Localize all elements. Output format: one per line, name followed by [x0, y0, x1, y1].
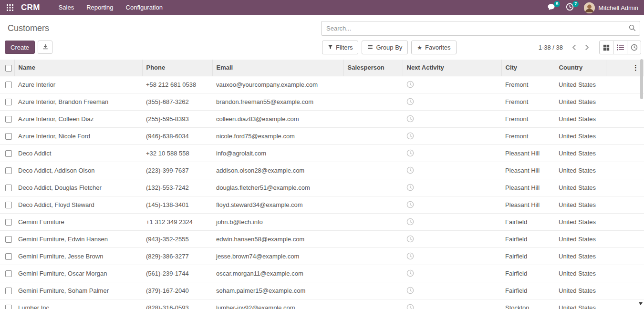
cell-email[interactable]: jesse.brown74@example.com: [212, 247, 343, 265]
cell-salesperson[interactable]: [343, 247, 403, 265]
cell-country[interactable]: United States: [555, 282, 606, 299]
next-activity-clock-icon[interactable]: [406, 269, 414, 277]
cell-country[interactable]: United States: [555, 162, 606, 179]
kanban-view-button[interactable]: [599, 41, 613, 54]
scrollbar-down-arrow[interactable]: [638, 302, 643, 308]
cell-city[interactable]: Fremont: [501, 93, 555, 110]
next-activity-clock-icon[interactable]: [406, 252, 414, 259]
table-row[interactable]: Gemini Furniture, Soham Palmer (379)-167…: [0, 282, 644, 299]
cell-phone[interactable]: (943)-352-2555: [142, 230, 212, 247]
cell-phone[interactable]: (223)-399-7637: [142, 162, 212, 179]
cell-name[interactable]: Azure Interior: [14, 76, 142, 93]
cell-phone[interactable]: (946)-638-6034: [142, 127, 212, 144]
row-checkbox[interactable]: [5, 305, 12, 309]
table-row[interactable]: Deco Addict, Douglas Fletcher (132)-553-…: [0, 179, 644, 196]
filters-button[interactable]: Filters: [322, 41, 358, 54]
activity-view-button[interactable]: [627, 41, 641, 54]
cell-email[interactable]: brandon.freeman55@example.com: [212, 93, 343, 110]
row-checkbox[interactable]: [5, 150, 12, 157]
cell-city[interactable]: Fremont: [501, 110, 555, 127]
cell-city[interactable]: Fairfield: [501, 282, 555, 299]
cell-country[interactable]: United States: [555, 265, 606, 282]
cell-email[interactable]: douglas.fletcher51@example.com: [212, 179, 343, 196]
column-header-country[interactable]: Country: [555, 60, 606, 76]
cell-next-activity[interactable]: [403, 282, 501, 299]
cell-name[interactable]: Gemini Furniture: [14, 213, 142, 230]
cell-salesperson[interactable]: [343, 76, 403, 93]
table-row[interactable]: Azure Interior, Colleen Diaz (255)-595-8…: [0, 110, 644, 127]
table-row[interactable]: Gemini Furniture, Edwin Hansen (943)-352…: [0, 230, 644, 247]
table-row[interactable]: Deco Addict, Addison Olson (223)-399-763…: [0, 162, 644, 179]
cell-name[interactable]: Gemini Furniture, Soham Palmer: [14, 282, 142, 299]
create-button[interactable]: Create: [5, 41, 35, 54]
menu-reporting[interactable]: Reporting: [80, 0, 119, 15]
cell-name[interactable]: Gemini Furniture, Edwin Hansen: [14, 230, 142, 247]
user-menu[interactable]: Mitchell Admin: [579, 2, 641, 13]
cell-country[interactable]: United States: [555, 196, 606, 213]
cell-salesperson[interactable]: [343, 213, 403, 230]
favorites-button[interactable]: ★ Favorites: [411, 41, 456, 54]
cell-salesperson[interactable]: [343, 282, 403, 299]
table-row[interactable]: Deco Addict +32 10 588 558 info@agrolait…: [0, 144, 644, 162]
next-activity-clock-icon[interactable]: [406, 149, 414, 156]
row-checkbox[interactable]: [5, 167, 12, 174]
breadcrumb[interactable]: Customers: [8, 23, 49, 33]
cell-email[interactable]: oscar.morgan11@example.com: [212, 265, 343, 282]
cell-next-activity[interactable]: [403, 127, 501, 144]
row-checkbox[interactable]: [5, 270, 12, 277]
cell-name[interactable]: Azure Interior, Nicole Ford: [14, 127, 142, 144]
list-view-button[interactable]: [613, 41, 627, 54]
cell-next-activity[interactable]: [403, 247, 501, 265]
cell-phone[interactable]: (132)-553-7242: [142, 179, 212, 196]
cell-salesperson[interactable]: [343, 144, 403, 162]
cell-next-activity[interactable]: [403, 196, 501, 213]
column-header-email[interactable]: Email: [212, 60, 343, 76]
next-activity-clock-icon[interactable]: [406, 218, 414, 225]
table-row[interactable]: Lumber Inc (828)-316-0593 lumber-inv92@e…: [0, 299, 644, 309]
row-checkbox[interactable]: [5, 219, 12, 226]
next-activity-clock-icon[interactable]: [406, 184, 414, 191]
cell-phone[interactable]: (829)-386-3277: [142, 247, 212, 265]
column-header-city[interactable]: City: [501, 60, 555, 76]
cell-phone[interactable]: +32 10 588 558: [142, 144, 212, 162]
row-checkbox[interactable]: [5, 133, 12, 140]
cell-email[interactable]: lumber-inv92@example.com: [212, 299, 343, 309]
table-row[interactable]: Gemini Furniture +1 312 349 2324 john.b@…: [0, 213, 644, 230]
cell-country[interactable]: United States: [555, 247, 606, 265]
cell-salesperson[interactable]: [343, 162, 403, 179]
cell-email[interactable]: info@agrolait.com: [212, 144, 343, 162]
cell-email[interactable]: floyd.steward34@example.com: [212, 196, 343, 213]
column-header-salesperson[interactable]: Salesperson: [343, 60, 403, 76]
cell-next-activity[interactable]: [403, 76, 501, 93]
menu-configuration[interactable]: Configuration: [120, 0, 169, 15]
export-button[interactable]: [38, 41, 52, 54]
cell-phone[interactable]: (379)-167-2040: [142, 282, 212, 299]
cell-salesperson[interactable]: [343, 230, 403, 247]
cell-name[interactable]: Gemini Furniture, Jesse Brown: [14, 247, 142, 265]
optional-columns-toggle-icon[interactable]: ⋮: [632, 63, 639, 72]
next-activity-clock-icon[interactable]: [406, 166, 414, 174]
next-activity-clock-icon[interactable]: [406, 235, 414, 242]
cell-name[interactable]: Deco Addict: [14, 144, 142, 162]
next-activity-clock-icon[interactable]: [406, 287, 414, 294]
cell-country[interactable]: United States: [555, 179, 606, 196]
cell-city[interactable]: Pleasant Hill: [501, 179, 555, 196]
cell-city[interactable]: Pleasant Hill: [501, 162, 555, 179]
cell-phone[interactable]: (255)-595-8393: [142, 110, 212, 127]
select-all-checkbox[interactable]: [5, 65, 12, 72]
table-row[interactable]: Deco Addict, Floyd Steward (145)-138-340…: [0, 196, 644, 213]
pager-previous-button[interactable]: [568, 42, 581, 52]
row-checkbox[interactable]: [5, 202, 12, 208]
cell-country[interactable]: United States: [555, 299, 606, 309]
cell-next-activity[interactable]: [403, 230, 501, 247]
menu-sales[interactable]: Sales: [52, 0, 81, 15]
activities-button[interactable]: 7: [561, 0, 579, 15]
cell-name[interactable]: Azure Interior, Brandon Freeman: [14, 93, 142, 110]
cell-next-activity[interactable]: [403, 93, 501, 110]
cell-phone[interactable]: (145)-138-3401: [142, 196, 212, 213]
cell-country[interactable]: United States: [555, 144, 606, 162]
cell-phone[interactable]: (561)-239-1744: [142, 265, 212, 282]
next-activity-clock-icon[interactable]: [406, 98, 414, 105]
row-checkbox[interactable]: [5, 82, 12, 88]
row-checkbox[interactable]: [5, 236, 12, 243]
